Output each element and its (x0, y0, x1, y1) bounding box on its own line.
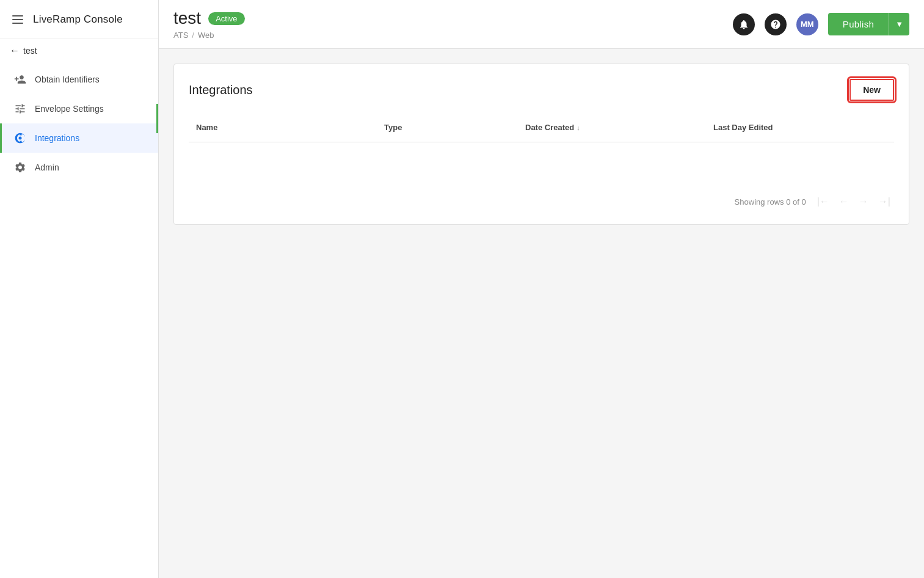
sidebar-item-label: Admin (35, 163, 59, 172)
publish-dropdown-button[interactable]: ▼ (889, 13, 909, 35)
topbar-title-row: test Active (173, 9, 245, 28)
sidebar-item-label: Obtain Identifiers (35, 75, 100, 84)
back-arrow-icon: ← (10, 45, 20, 56)
status-badge: Active (208, 12, 244, 25)
breadcrumb-separator: / (192, 31, 194, 40)
sidebar: LiveRamp Console ← test Obtain Identifie… (0, 0, 159, 578)
first-page-button[interactable]: |← (813, 194, 833, 210)
breadcrumb-web[interactable]: Web (198, 31, 214, 40)
pagination-row: Showing rows 0 of 0 |← ← → →| (189, 189, 894, 210)
topbar-left: test Active ATS / Web (173, 9, 245, 40)
app-title: LiveRamp Console (33, 13, 123, 26)
page-title: test (173, 9, 201, 28)
breadcrumb-ats[interactable]: ATS (173, 31, 188, 40)
prev-page-button[interactable]: ← (835, 194, 853, 210)
sidebar-item-obtain-identifiers[interactable]: Obtain Identifiers (0, 65, 158, 94)
user-avatar-button[interactable]: MM (796, 13, 818, 35)
last-page-button[interactable]: →| (875, 194, 894, 210)
sidebar-item-label: Integrations (35, 133, 79, 143)
person-add-icon (14, 73, 26, 86)
table-body (189, 142, 894, 179)
topbar-right: MM Publish ▼ (733, 13, 909, 35)
breadcrumb: ATS / Web (173, 31, 245, 40)
sidebar-nav: Obtain Identifiers Envelope Settings Int… (0, 62, 158, 182)
publish-button-group: Publish ▼ (828, 13, 909, 35)
topbar: test Active ATS / Web MM Publi (159, 0, 924, 49)
card-header: Integrations New (189, 79, 894, 101)
sidebar-item-admin[interactable]: Admin (0, 153, 158, 182)
column-header-last-day-edited: Last Day Edited (706, 118, 894, 137)
sidebar-item-integrations[interactable]: Integrations (0, 123, 158, 153)
next-page-button[interactable]: → (855, 194, 872, 210)
sort-icon-date-created: ↓ (577, 124, 580, 131)
new-button[interactable]: New (849, 79, 894, 101)
sidebar-item-label: Envelope Settings (35, 104, 104, 114)
tune-icon (14, 103, 26, 115)
content-area: Integrations New Name Type Date Created … (159, 49, 924, 578)
notifications-icon-button[interactable] (733, 13, 755, 35)
integrations-icon (14, 132, 26, 144)
sidebar-back-link[interactable]: ← test (0, 39, 158, 62)
active-accent-bar (156, 104, 158, 133)
column-header-name: Name (189, 118, 377, 137)
help-icon-button[interactable] (765, 13, 787, 35)
main-content: test Active ATS / Web MM Publi (159, 0, 924, 578)
publish-button[interactable]: Publish (828, 13, 889, 35)
hamburger-menu-icon[interactable] (10, 13, 26, 26)
sidebar-item-envelope-settings[interactable]: Envelope Settings (0, 94, 158, 123)
column-header-type: Type (377, 118, 518, 137)
integrations-card: Integrations New Name Type Date Created … (173, 64, 909, 225)
integrations-table: Name Type Date Created ↓ Last Day Edited… (189, 113, 894, 210)
pagination-info: Showing rows 0 of 0 (735, 197, 806, 207)
table-header: Name Type Date Created ↓ Last Day Edited (189, 113, 894, 142)
card-title: Integrations (189, 83, 253, 97)
sidebar-back-label: test (23, 46, 37, 56)
sidebar-header: LiveRamp Console (0, 0, 158, 39)
svg-point-0 (19, 137, 22, 140)
column-header-date-created[interactable]: Date Created ↓ (518, 118, 706, 137)
settings-icon (14, 161, 26, 174)
